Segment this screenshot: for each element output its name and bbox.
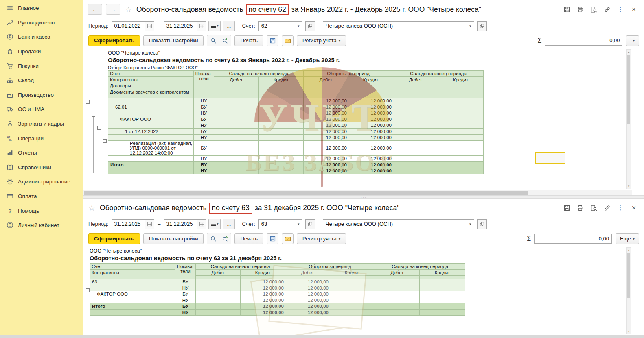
search-next-icon[interactable] (219, 35, 231, 46)
report-cell-value[interactable]: 12 000,00 (304, 135, 348, 141)
forward-button[interactable]: → (106, 4, 120, 15)
report-cell-value[interactable]: 12 000,00 (285, 279, 330, 285)
report-cell-value[interactable] (375, 303, 420, 310)
collapse-group-icon[interactable] (86, 288, 90, 292)
sum-field[interactable] (545, 36, 622, 46)
report-cell-value[interactable] (330, 279, 375, 285)
sidebar-item[interactable]: Отчеты (0, 146, 83, 160)
report-row[interactable]: НУ 12 000,00 12 000,00 (90, 285, 465, 291)
report-cell-value[interactable] (214, 156, 259, 162)
report-cell-value[interactable]: 12 000,00 (348, 110, 393, 116)
more-icon[interactable]: ⋮ (617, 204, 624, 212)
report-cell-label[interactable] (108, 98, 194, 104)
report-cell-value[interactable] (259, 104, 304, 110)
report-row[interactable]: НУ 12 000,00 12 000,00 (108, 156, 484, 162)
period-preset-button[interactable]: ▬▾ (208, 219, 221, 229)
report-cell-value[interactable]: 12 000,00 (304, 156, 348, 162)
report-cell-value[interactable] (438, 168, 484, 174)
report-cell-value[interactable] (375, 285, 420, 291)
show-settings-button[interactable]: Показать настройки (143, 35, 204, 46)
report-row[interactable]: Итого БУ 12 000,00 12 000,00 (90, 303, 465, 310)
report-cell-value[interactable] (420, 303, 465, 310)
print-button[interactable]: Печать (234, 35, 263, 46)
report-cell-value[interactable]: 12 000,00 (304, 98, 348, 104)
calendar-icon[interactable] (197, 22, 206, 31)
report-cell-value[interactable] (214, 162, 259, 168)
report-cell-value[interactable] (438, 98, 484, 104)
report-row[interactable]: 62.01 БУ 12 000,00 12 000,00 (108, 104, 484, 110)
report-cell-value[interactable]: 12 000,00 (285, 297, 330, 303)
report-cell-label[interactable]: Реализация (акт, накладная, УПД) 0000-00… (108, 141, 194, 156)
report-cell-value[interactable] (375, 291, 420, 297)
report-cell-value[interactable] (214, 116, 259, 122)
account-open-button[interactable] (305, 219, 315, 229)
generate-button[interactable]: Сформировать (88, 35, 140, 46)
report-row[interactable]: НУ 12 000,00 12 000,00 (108, 98, 484, 104)
scroll-down-icon[interactable]: ▼ (627, 329, 631, 334)
calendar-icon[interactable] (145, 220, 154, 229)
print-button[interactable]: Печать (234, 233, 263, 244)
report-cell-value[interactable] (330, 285, 375, 291)
back-button[interactable]: ← (88, 4, 102, 15)
report-cell-value[interactable] (214, 129, 259, 135)
report-cell-value[interactable]: 12 000,00 (348, 162, 393, 168)
report-cell-value[interactable] (393, 162, 438, 168)
print-icon[interactable] (576, 6, 584, 13)
report-cell-value[interactable]: 12 000,00 (304, 122, 348, 129)
report-cell-value[interactable] (196, 297, 241, 303)
report-cell-value[interactable]: 12 000,00 (241, 285, 285, 291)
organization-open-button[interactable] (477, 219, 487, 229)
get-link-icon[interactable] (603, 6, 611, 13)
report-cell-indicator[interactable]: НУ (194, 156, 214, 162)
print-preview-icon[interactable] (590, 6, 597, 13)
report-cell-value[interactable] (393, 98, 438, 104)
favorite-star-icon[interactable]: ☆ (88, 203, 95, 213)
report-cell-label[interactable] (108, 168, 194, 174)
collapse-group-icon[interactable] (92, 113, 95, 117)
report-cell-label[interactable] (108, 110, 194, 116)
report-cell-value[interactable]: 12 000,00 (241, 297, 285, 303)
organization-open-button[interactable] (477, 21, 487, 31)
report-cell-value[interactable]: 12 000,00 (241, 291, 285, 297)
report-cell-value[interactable]: 12 000,00 (348, 168, 393, 174)
sidebar-item[interactable]: ОС и НМА (0, 102, 83, 117)
report-cell-value[interactable] (420, 310, 465, 316)
report-cell-value[interactable]: 12 000,00 (348, 122, 393, 129)
report-cell-value[interactable] (420, 297, 465, 303)
report-cell-value[interactable]: 12 000,00 (348, 141, 393, 156)
report-cell-indicator[interactable]: НУ (194, 110, 214, 116)
report-cell-indicator[interactable]: БУ (194, 116, 214, 122)
report-cell-indicator[interactable]: БУ (175, 291, 196, 297)
report-cell-value[interactable] (214, 168, 259, 174)
more-button[interactable]: ▾ (626, 35, 639, 46)
report-cell-value[interactable]: 12 000,00 (304, 129, 348, 135)
chevron-down-icon[interactable]: ▾ (295, 222, 302, 226)
highlighted-empty-field[interactable] (535, 152, 565, 164)
report-row[interactable]: НУ 12 000,00 12 000,00 (90, 297, 465, 303)
generate-button[interactable]: Сформировать (88, 233, 140, 244)
collapse-group-icon[interactable] (103, 139, 107, 143)
report-cell-value[interactable] (438, 116, 484, 122)
report-cell-label[interactable]: 62.01 (108, 104, 194, 110)
report-cell-value[interactable] (393, 156, 438, 162)
report-cell-indicator[interactable]: БУ (194, 129, 214, 135)
report-cell-indicator[interactable]: БУ (175, 303, 196, 310)
close-icon[interactable]: × (630, 6, 637, 13)
report-cell-value[interactable] (330, 291, 375, 297)
report-cell-indicator[interactable]: НУ (194, 122, 214, 129)
report-cell-value[interactable] (330, 310, 375, 316)
report-cell-value[interactable] (196, 310, 241, 316)
scrollbar-thumb[interactable] (627, 253, 630, 298)
scrollbar-thumb[interactable] (84, 191, 528, 195)
report-cell-indicator[interactable]: БУ (175, 279, 196, 285)
report-cell-indicator[interactable]: НУ (194, 135, 214, 141)
search-icon[interactable] (207, 35, 219, 46)
report-cell-value[interactable]: 12 000,00 (285, 291, 330, 297)
report-cell-value[interactable] (438, 122, 484, 129)
report-cell-label[interactable]: 1 от 12.12.2022 (108, 129, 194, 135)
calendar-icon[interactable] (197, 220, 206, 229)
chevron-down-icon[interactable]: ▾ (295, 24, 302, 28)
report-row[interactable]: 63 БУ 12 000,00 12 000,00 (90, 279, 465, 285)
report-cell-value[interactable] (214, 141, 259, 156)
report-row[interactable]: ФАКТОР ООО БУ 12 000,00 12 000,00 (108, 116, 484, 122)
